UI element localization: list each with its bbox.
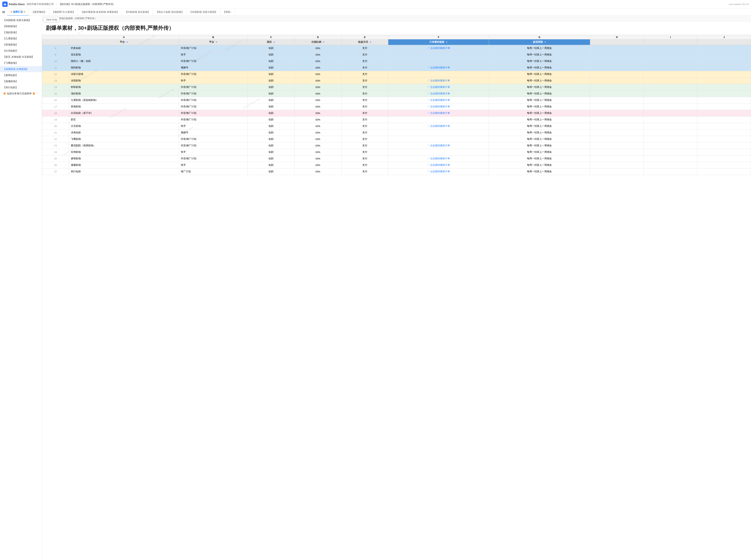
sheet-table-wrapper[interactable]: A B C D E F G H I J bbox=[42, 35, 751, 560]
sidebar-item-7[interactable]: 【飞鹰剧场】 bbox=[0, 60, 42, 66]
sidebar-item-6[interactable]: 【剧宝 冰海短剧 古言剧场】 bbox=[0, 54, 42, 60]
tab-diaoyu[interactable]: 【钓鱼剧场 花生剧场】 bbox=[122, 8, 153, 16]
tab-star-left: ★ bbox=[10, 10, 13, 13]
cell-ratio: 63% bbox=[295, 117, 342, 123]
sidebar-item-fire[interactable]: 🔥 短剧任务每日充值榜单 🔥 bbox=[0, 91, 42, 97]
row-number: 19 bbox=[42, 117, 69, 123]
layers-button[interactable] bbox=[0, 8, 7, 16]
tab-chaohao[interactable]: 【超好看剧场 多多剧场 来看剧场】 bbox=[78, 8, 122, 16]
cell-ratio: 63% bbox=[295, 71, 342, 78]
table-row: 23夏清剧院（画屏剧场）抖音/推广计划短剧63%支付点击跳转素材片单每周一结算上… bbox=[42, 142, 751, 149]
material-list-link[interactable]: 点击跳转素材片单 bbox=[427, 86, 450, 88]
cell-period: 每周一结算上一周佣金 bbox=[489, 129, 590, 136]
cell-platform: 女神剧场 bbox=[69, 149, 179, 156]
cell-ratio: 63% bbox=[295, 58, 342, 64]
table-row: 22飞鹰剧场抖音/推广计划短剧63%支付每周一结算上一周佣金 bbox=[42, 136, 751, 142]
cell-platform: 郁郁剧场 bbox=[69, 84, 179, 91]
tab-maiya[interactable]: 【麦芽微剧】 bbox=[29, 8, 49, 16]
cell-empty bbox=[644, 168, 697, 175]
tab-zhijian[interactable]: 【指尖小短剧 指尖剧场】 bbox=[153, 8, 187, 16]
cell-empty bbox=[697, 52, 751, 58]
material-list-link[interactable]: 点击跳转素材片单 bbox=[427, 105, 450, 108]
cell-type: 抖音/推广计划 bbox=[179, 84, 247, 91]
cell-period: 每周一结算上一周佣金 bbox=[489, 162, 590, 168]
table-row: 18白词短剧（原子诗）抖音/推广计划短剧63%支付点击跳转素材片单每周一结算上一… bbox=[42, 110, 751, 117]
filter-col-income[interactable]: 收益方式 ▼ bbox=[341, 39, 388, 45]
tab-short-summary[interactable]: ★ 短剧汇总 ★ bbox=[7, 8, 29, 16]
material-list-link[interactable]: 点击跳转素材片单 bbox=[427, 164, 450, 166]
row-number: 17 bbox=[42, 103, 69, 110]
material-list-link[interactable]: 点击跳转素材片单 bbox=[427, 144, 450, 147]
cell-link[interactable]: 点击跳转素材片单 bbox=[388, 168, 489, 175]
table-row: 14郁郁剧场抖音/推广计划短剧63%支付点击跳转素材片单每周一结算上一周佣金 bbox=[42, 84, 751, 91]
filter-icon-type: ▼ bbox=[216, 41, 217, 43]
cell-link[interactable]: 点击跳转素材片单 bbox=[388, 123, 489, 129]
svg-rect-3 bbox=[2, 13, 5, 13]
cell-income: 支付 bbox=[341, 168, 388, 175]
tab-weiju[interactable]: 【微剧吧 红火剧场】 bbox=[49, 8, 78, 16]
material-list-link[interactable]: 点击跳转素材片单 bbox=[427, 47, 450, 49]
cell-income: 支付 bbox=[341, 52, 388, 58]
cell-empty bbox=[644, 156, 697, 162]
cell-link[interactable]: 点击跳转素材片单 bbox=[388, 97, 489, 103]
last-updated: Last updated: Dec 29 bbox=[729, 3, 749, 5]
cell-empty bbox=[590, 97, 644, 103]
cell-link[interactable]: 点击跳转素材片单 bbox=[388, 78, 489, 84]
cell-type: 快手 bbox=[179, 78, 247, 84]
sidebar: 【冰甜剧场 冰甜大剧场】 【郁郁剧场】 【顶好剧场】 【九霄剧场】 【碧海剧场】… bbox=[0, 16, 42, 560]
cell-type: 抖音/推广计划 bbox=[179, 97, 247, 103]
cell-platform: 指间小（微）短剧 bbox=[69, 58, 179, 64]
material-list-link[interactable]: 点击跳转素材片单 bbox=[427, 112, 450, 114]
filter-col-type[interactable]: 平台 ▼ bbox=[179, 39, 247, 45]
filter-col-cat[interactable]: 类目 ▼ bbox=[247, 39, 295, 45]
cell-link[interactable]: 点击跳转素材片单 bbox=[388, 91, 489, 97]
cell-period: 每周一结算上一周佣金 bbox=[489, 142, 590, 149]
filter-col-ratio[interactable]: 分佣比例 ▼ bbox=[295, 39, 342, 45]
cell-period: 每周一结算上一周佣金 bbox=[489, 117, 590, 123]
filter-col-period[interactable]: 提现周期 ▼ bbox=[489, 39, 590, 45]
sidebar-item-8[interactable]: 【画屏剧场 女神剧场】 bbox=[0, 66, 42, 72]
tab-bingtian[interactable]: 【冰甜剧场 冰甜大剧场】 bbox=[187, 8, 220, 16]
sidebar-item-3[interactable]: 【九霄剧场】 bbox=[0, 36, 42, 42]
filter-icon-income: ▼ bbox=[370, 41, 371, 43]
filter-col-platform[interactable]: 平台 ▼ bbox=[69, 39, 179, 45]
cell-cat: 短剧 bbox=[247, 162, 295, 168]
material-list-link[interactable]: 点击跳转素材片单 bbox=[427, 170, 450, 173]
sidebar-item-0[interactable]: 【冰甜剧场 冰甜大剧场】 bbox=[0, 17, 42, 23]
material-list-link[interactable]: 点击跳转素材片单 bbox=[427, 157, 450, 160]
cell-link[interactable]: 点击跳转素材片单 bbox=[388, 84, 489, 91]
cell-type: 视频号 bbox=[179, 64, 247, 71]
cell-income: 支付 bbox=[341, 123, 388, 129]
cell-empty bbox=[644, 64, 697, 71]
material-list-link[interactable]: 点击跳转素材片单 bbox=[427, 66, 450, 69]
material-list-link[interactable]: 点击跳转素材片单 bbox=[427, 125, 450, 127]
cell-link[interactable]: 点击跳转素材片单 bbox=[388, 156, 489, 162]
cell-link[interactable]: 点击跳转素材片单 bbox=[388, 142, 489, 149]
material-list-link[interactable]: 点击跳转素材片单 bbox=[427, 79, 450, 82]
cell-link[interactable]: 点击跳转素材片单 bbox=[388, 64, 489, 71]
row-number: 16 bbox=[42, 97, 69, 103]
cell-link[interactable]: 点击跳转素材片单 bbox=[388, 110, 489, 117]
sidebar-item-2[interactable]: 【顶好剧场】 bbox=[0, 29, 42, 36]
cell-income: 支付 bbox=[341, 91, 388, 97]
cell-link[interactable]: 点击跳转素材片单 bbox=[388, 103, 489, 110]
cell-link[interactable]: 点击跳转素材片单 bbox=[388, 45, 489, 52]
tab-yuyu[interactable]: 【郁郁... bbox=[220, 8, 235, 16]
material-list-link[interactable]: 点击跳转素材片单 bbox=[427, 99, 450, 101]
cell-income: 支付 bbox=[341, 156, 388, 162]
sidebar-item-1[interactable]: 【郁郁剧场】 bbox=[0, 23, 42, 29]
sidebar-item-9[interactable]: 【麦萌短剧】 bbox=[0, 72, 42, 78]
cell-cat: 短剧 bbox=[247, 97, 295, 103]
filter-col-link[interactable]: 片单素材链接 ▼ bbox=[388, 39, 489, 45]
cell-link[interactable]: 点击跳转素材片单 bbox=[388, 162, 489, 168]
cell-type: 抖音/推广计划 bbox=[179, 117, 247, 123]
cell-cat: 短剧 bbox=[247, 129, 295, 136]
cell-income: 支付 bbox=[341, 149, 388, 156]
sidebar-item-4[interactable]: 【碧海剧场】 bbox=[0, 42, 42, 48]
tab-maiya-label: 【麦芽微剧】 bbox=[32, 10, 46, 14]
material-list-link[interactable]: 点击跳转素材片单 bbox=[427, 92, 450, 95]
sidebar-item-11[interactable]: 【风行短剧】 bbox=[0, 84, 42, 91]
sidebar-item-10[interactable]: 【速播剧场】 bbox=[0, 78, 42, 84]
sidebar-item-5[interactable]: 【白词短剧】 bbox=[0, 48, 42, 54]
table-row: 17碧海剧场抖音/推广计划短剧63%支付点击跳转素材片单每周一结算上一周佣金 bbox=[42, 103, 751, 110]
